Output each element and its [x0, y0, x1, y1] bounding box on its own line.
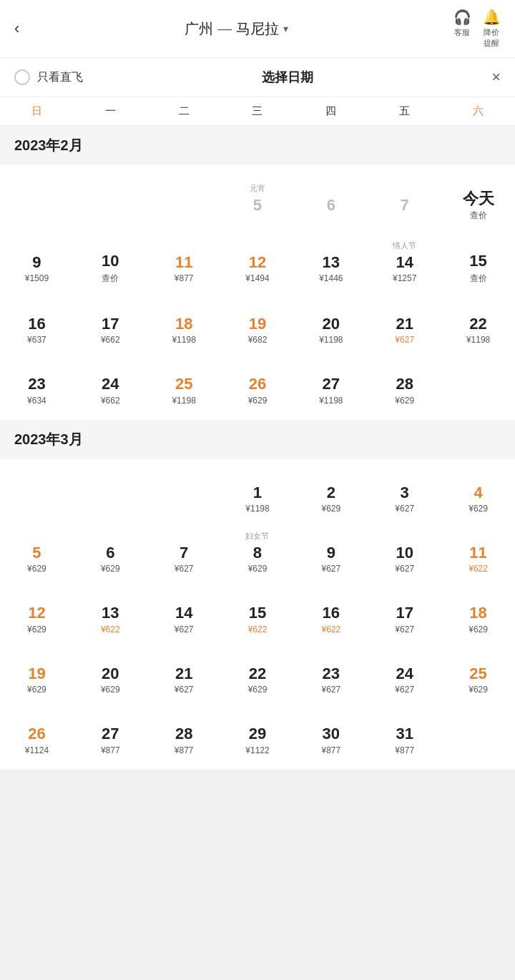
day-price: ¥627 [175, 685, 194, 695]
calendar-day[interactable]: 16¥637 [0, 295, 74, 355]
weekday-thu: 四 [294, 104, 368, 118]
day-number: 6 [106, 544, 114, 562]
route-arrow: — [217, 21, 232, 37]
day-price: ¥629 [248, 685, 268, 695]
day-number: 23 [28, 375, 45, 393]
calendar-day[interactable]: 23¥634 [0, 355, 74, 415]
day-number: 17 [396, 604, 413, 622]
calendar-day[interactable]: 26¥1124 [0, 705, 74, 765]
calendar-day[interactable]: 15¥622 [221, 584, 295, 644]
calendar-day[interactable]: 28¥629 [368, 355, 441, 415]
day-price: ¥877 [175, 745, 194, 755]
day-price: ¥627 [322, 685, 341, 695]
calendar-day[interactable]: 6 [294, 170, 368, 232]
calendar-day[interactable]: 19¥629 [0, 645, 74, 705]
calendar-day[interactable]: 28¥877 [147, 705, 221, 765]
calendar-day[interactable]: 17¥627 [368, 584, 441, 644]
calendar-day[interactable]: 3¥627 [368, 464, 441, 524]
calendar-day[interactable]: 12¥1494 [221, 232, 295, 294]
customer-service-button[interactable]: 🎧 客服 [453, 9, 471, 49]
calendar-day[interactable]: 17¥662 [74, 295, 147, 355]
day-number: 9 [32, 253, 41, 272]
calendar-day[interactable]: 29¥1122 [221, 705, 295, 765]
calendar-day[interactable]: 11¥622 [441, 524, 515, 584]
calendar-day[interactable]: 25¥629 [441, 645, 515, 705]
calendar-day[interactable]: 23¥627 [294, 645, 368, 705]
day-number: 7 [401, 196, 409, 215]
calendar-day[interactable]: 12¥629 [0, 584, 74, 644]
day-number: 3 [401, 484, 409, 502]
day-price: ¥682 [248, 335, 268, 345]
day-number: 25 [175, 375, 192, 393]
calendar-day[interactable]: 情人节14¥1257 [368, 232, 441, 294]
calendar-day[interactable]: 21¥627 [147, 645, 221, 705]
day-price: ¥1509 [25, 273, 49, 283]
day-price: ¥627 [395, 504, 414, 514]
day-number: 14 [396, 253, 413, 272]
calendar-day[interactable]: 元宵5 [221, 170, 295, 232]
close-button[interactable]: × [491, 68, 501, 87]
day-price: ¥629 [469, 504, 488, 514]
calendar-day[interactable]: 27¥877 [74, 705, 147, 765]
calendar-day[interactable]: 13¥1446 [294, 232, 368, 294]
day-number: 20 [102, 665, 119, 683]
calendar-day[interactable]: 10查价 [74, 232, 147, 294]
day-price: ¥622 [322, 624, 341, 634]
calendar-day[interactable]: 14¥627 [147, 584, 221, 644]
calendar-day[interactable]: 27¥1198 [294, 355, 368, 415]
day-number: 7 [180, 544, 188, 562]
calendar-day[interactable]: 4¥629 [441, 464, 515, 524]
day-price: ¥1122 [245, 745, 269, 755]
day-note: 情人节 [393, 240, 416, 252]
calendar-day[interactable]: 30¥877 [294, 705, 368, 765]
day-number: 今天 [463, 190, 494, 208]
calendar-day[interactable]: 10¥627 [368, 524, 441, 584]
calendar-day[interactable]: 20¥629 [74, 645, 147, 705]
calendar-day[interactable]: 5¥629 [0, 524, 74, 584]
calendar-day[interactable]: 6¥629 [74, 524, 147, 584]
day-number: 19 [249, 315, 266, 333]
calendar-day[interactable]: 18¥1198 [147, 295, 221, 355]
calendar-day[interactable]: 25¥1198 [147, 355, 221, 415]
calendar-day[interactable]: 24¥627 [368, 645, 441, 705]
calendar-day[interactable]: 21¥627 [368, 295, 441, 355]
calendar-day[interactable]: 今天查价 [441, 170, 515, 232]
direct-flight-checkbox[interactable] [14, 69, 30, 85]
calendar-day[interactable]: 1¥1198 [221, 464, 295, 524]
day-price: ¥629 [469, 685, 488, 695]
calendar-day[interactable]: 7¥627 [147, 524, 221, 584]
calendar-day[interactable]: 13¥622 [74, 584, 147, 644]
day-number: 13 [102, 604, 119, 622]
calendar-day[interactable]: 9¥627 [294, 524, 368, 584]
calendar-day[interactable]: 18¥629 [441, 584, 515, 644]
day-number: 10 [102, 252, 119, 270]
calendar-day[interactable]: 22¥1198 [441, 295, 515, 355]
mar-month-title: 2023年3月 [14, 431, 83, 447]
empty-cell [147, 170, 221, 232]
day-price: ¥627 [322, 564, 341, 574]
calendar-day[interactable]: 16¥622 [294, 584, 368, 644]
calendar-day[interactable]: 26¥629 [221, 355, 295, 415]
calendar-day[interactable]: 19¥682 [221, 295, 295, 355]
calendar-day[interactable]: 7 [368, 170, 441, 232]
calendar-day[interactable]: 妇女节8¥629 [221, 524, 295, 584]
calendar-day[interactable]: 22¥629 [221, 645, 295, 705]
headphone-icon: 🎧 [453, 9, 471, 26]
direct-flight-filter[interactable]: 只看直飞 [14, 69, 83, 85]
calendar-day[interactable]: 15查价 [441, 232, 515, 294]
weekday-mon: 一 [74, 104, 147, 118]
calendar-day[interactable]: 20¥1198 [294, 295, 368, 355]
day-number: 20 [323, 315, 340, 333]
calendar-day[interactable]: 11¥877 [147, 232, 221, 294]
calendar-day[interactable]: 31¥877 [368, 705, 441, 765]
day-price: ¥629 [469, 624, 488, 634]
calendar-day[interactable]: 24¥662 [74, 355, 147, 415]
day-number: 8 [253, 544, 262, 562]
day-price: ¥877 [395, 745, 414, 755]
day-number: 27 [102, 725, 119, 743]
calendar-day[interactable]: 2¥629 [294, 464, 368, 524]
calendar-day[interactable]: 9¥1509 [0, 232, 74, 294]
price-alert-button[interactable]: 🔔 降价 提醒 [483, 9, 501, 49]
back-button[interactable]: ‹ [14, 19, 19, 38]
chevron-down-icon[interactable]: ▾ [283, 23, 288, 34]
